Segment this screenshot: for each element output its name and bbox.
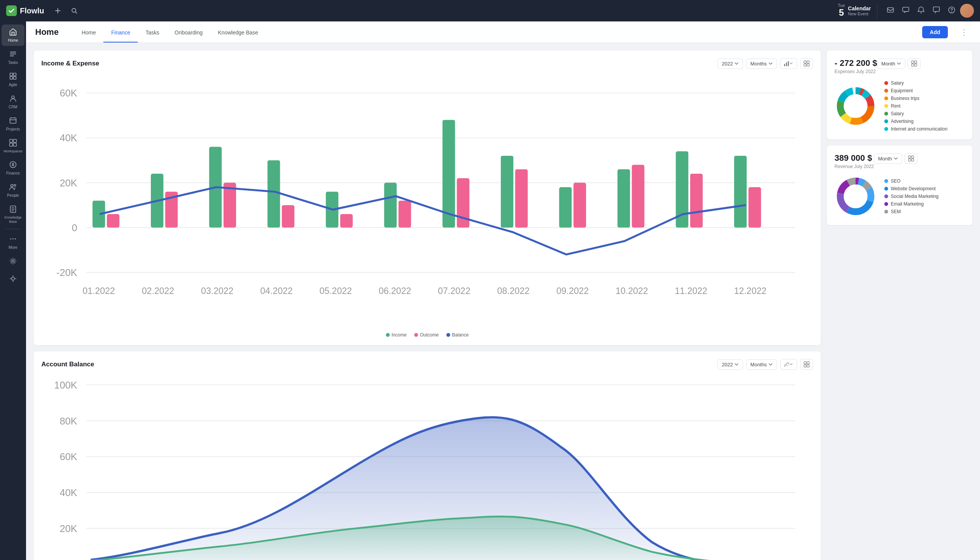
page-header: Home Home Finance Tasks Onboarding Knowl… [26,22,980,43]
comment-icon-button[interactable] [930,3,943,19]
tab-home[interactable]: Home [74,23,103,42]
svg-point-5 [951,12,952,12]
account-year-value: 2022 [722,362,733,367]
add-button[interactable]: Add [922,26,948,38]
legend-advertising: Advertising [884,119,965,124]
tab-onboarding[interactable]: Onboarding [167,23,210,42]
sidebar-item-home[interactable]: Home [2,25,25,46]
email-marketing-dot [884,202,888,206]
svg-rect-14 [10,118,16,123]
projects-icon [9,117,17,126]
svg-rect-30 [788,61,789,66]
svg-point-23 [10,238,12,240]
svg-rect-125 [912,159,914,161]
sidebar-item-agile[interactable]: Agile [2,69,25,90]
account-year-dropdown[interactable]: 2022 [717,360,743,370]
svg-rect-6 [10,52,16,52]
sidebar-kb-label: Knowledge Base [4,215,22,224]
svg-text:12.2022: 12.2022 [734,286,767,296]
svg-rect-9 [10,73,13,76]
svg-text:02.2022: 02.2022 [142,286,174,296]
svg-point-27 [12,277,15,280]
revenue-legend-list: SEO Website Development Social Media Mar… [884,178,965,214]
help-icon-button[interactable] [945,3,958,19]
revenue-header: 389 000 $ Revenue July 2022 Month [835,153,965,169]
svg-point-26 [12,260,14,262]
mail-icon-button[interactable] [883,3,897,19]
revenue-donut-row: SEO Website Development Social Media Mar… [835,175,965,217]
revenue-label: Revenue July 2022 [835,164,874,169]
revenue-month-dropdown[interactable]: Month [874,153,902,164]
chat-icon-button[interactable] [899,3,913,19]
svg-rect-8 [10,55,14,56]
chart-grid-button[interactable] [800,58,813,69]
svg-rect-60 [515,169,528,227]
svg-rect-56 [398,200,411,227]
svg-point-20 [11,185,13,187]
svg-rect-81 [804,362,806,364]
tab-finance[interactable]: Finance [103,23,138,42]
account-period-dropdown[interactable]: Months [746,360,777,370]
income-chart-controls: 2022 Months [717,58,813,69]
svg-rect-83 [804,365,806,367]
website-dev-dot [884,187,888,191]
svg-rect-123 [912,156,914,158]
svg-text:08.2022: 08.2022 [497,286,530,296]
year-value: 2022 [722,61,733,67]
svg-rect-67 [734,156,747,228]
tab-tasks[interactable]: Tasks [138,23,167,42]
more-options-button[interactable]: ⋮ [957,26,971,38]
settings-icon [9,257,17,267]
svg-text:-20K: -20K [56,267,77,278]
sidebar-item-people[interactable]: People [2,180,25,201]
calendar-subtitle: New Event [848,12,871,16]
app-logo[interactable]: Flowlu [6,5,44,16]
expenses-grid-button[interactable] [908,58,921,69]
svg-rect-55 [384,183,397,227]
user-avatar[interactable] [960,4,974,18]
sidebar-item-projects[interactable]: Projects [2,113,25,135]
expenses-label: Expenses July 2022 [835,69,877,74]
seo-dot [884,179,888,183]
sidebar-item-crm[interactable]: CRM [2,91,25,113]
expenses-month-dropdown[interactable]: Month [877,58,905,69]
calendar-number: 5 [838,8,845,18]
period-dropdown[interactable]: Months [746,58,777,69]
legend-business-trips: Business trips [884,96,965,101]
year-dropdown[interactable]: 2022 [717,58,743,69]
sidebar-item-workspaces[interactable]: Workspaces [2,135,25,157]
balance-label: Balance [452,332,468,338]
account-balance-svg: 100K 80K 60K 40K 20K 0 [41,376,813,560]
account-chart-type-button[interactable] [780,359,797,370]
svg-rect-32 [807,61,809,63]
account-grid-button[interactable] [800,359,813,370]
sidebar-item-tasks[interactable]: Tasks [2,47,25,68]
account-chart-header: Account Balance 2022 Months [41,359,813,370]
sidebar-item-knowledge-base[interactable]: Knowledge Base [2,202,25,227]
search-button[interactable] [68,5,80,17]
svg-rect-28 [784,64,785,66]
revenue-donut-svg [835,175,877,217]
add-button[interactable] [52,5,64,17]
income-expense-card: Income & Expense 2022 Months [34,50,821,345]
sidebar-item-integrations[interactable] [2,272,25,287]
sidebar-projects-label: Projects [6,127,20,132]
legend-website-dev: Website Development [884,186,965,192]
sidebar-item-finance[interactable]: Finance [2,157,25,179]
svg-rect-3 [933,7,939,12]
bell-icon-button[interactable] [914,3,928,19]
sidebar-item-settings[interactable] [2,254,25,271]
svg-rect-68 [748,187,761,227]
chart-type-button[interactable] [780,58,797,69]
tab-knowledge-base[interactable]: Knowledge Base [210,23,266,42]
seo-label: SEO [891,178,900,184]
svg-point-132 [844,185,867,208]
svg-rect-59 [501,156,513,228]
calendar-date: Tue 5 [838,3,845,18]
sidebar-item-more[interactable]: More [2,232,25,253]
svg-rect-64 [632,165,644,227]
revenue-grid-button[interactable] [905,153,918,164]
revenue-donut [835,175,877,217]
calendar-widget[interactable]: Tue 5 Calendar New Event [838,3,877,18]
expenses-controls: Month [877,58,921,69]
